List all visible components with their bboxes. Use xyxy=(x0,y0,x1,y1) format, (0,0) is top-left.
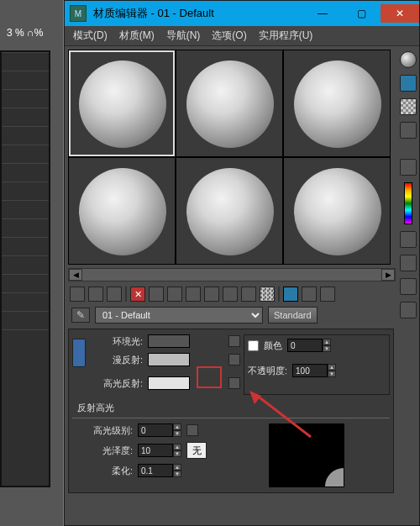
opacity-value[interactable] xyxy=(292,364,328,377)
sample-slot-grid xyxy=(65,46,397,265)
make-unique-button[interactable] xyxy=(167,287,182,302)
options-button[interactable] xyxy=(400,255,417,271)
curve-icon xyxy=(325,468,344,487)
self-illum-value[interactable] xyxy=(287,339,323,352)
material-picker-row: ✎ 01 - Default Standard xyxy=(65,307,397,329)
assign-selection-button[interactable] xyxy=(107,287,122,302)
material-id-button[interactable] xyxy=(204,287,219,302)
ambient-label: 环境光: xyxy=(91,335,143,348)
sample-sidebar xyxy=(397,46,419,525)
separator xyxy=(278,287,280,302)
menubar: 模式(D) 材质(M) 导航(N) 选项(O) 实用程序(U) xyxy=(65,26,419,46)
diffuse-color-swatch[interactable] xyxy=(148,353,190,366)
gloss-label: 光泽度: xyxy=(72,444,133,457)
put-library-button[interactable] xyxy=(186,287,201,302)
diffuse-label: 漫反射: xyxy=(91,354,143,366)
specular-map-slot[interactable] xyxy=(228,377,240,389)
gloss-spinner[interactable]: ▲▼ xyxy=(138,444,181,457)
material-toolbar: ✕ xyxy=(65,281,397,307)
material-editor-window: M 材质编辑器 - 01 - Default — ▢ ✕ 模式(D) 材质(M)… xyxy=(64,0,420,526)
viewport-grid xyxy=(0,50,50,487)
sample-hscrollbar[interactable]: ◀ ▶ xyxy=(68,268,396,281)
put-scene-button[interactable] xyxy=(88,287,103,302)
close-button[interactable]: ✕ xyxy=(381,4,419,23)
spec-level-value[interactable] xyxy=(138,423,173,437)
highlight-curve-preview xyxy=(269,423,344,487)
self-illum-color-toggle[interactable] xyxy=(248,340,259,351)
opacity-spinner[interactable]: ▲▼ xyxy=(292,364,336,377)
self-illum-spinner[interactable]: ▲▼ xyxy=(287,339,331,352)
specular-color-swatch[interactable] xyxy=(148,376,190,390)
spec-level-label: 高光级别: xyxy=(72,424,133,437)
video-color-check[interactable] xyxy=(400,159,417,176)
soften-value[interactable] xyxy=(138,464,173,477)
opacity-label: 不透明度: xyxy=(248,365,287,377)
sphere-icon xyxy=(294,60,381,148)
pattern-bg-button[interactable] xyxy=(400,98,417,115)
sample-slot-5[interactable] xyxy=(176,157,283,265)
sphere-icon xyxy=(79,60,166,148)
separator xyxy=(125,287,127,302)
menu-util[interactable]: 实用程序(U) xyxy=(255,27,317,45)
backlight-button[interactable] xyxy=(400,75,417,92)
diffuse-map-slot[interactable] xyxy=(228,354,240,366)
sample-type-button[interactable] xyxy=(400,51,417,68)
sample-slot-4[interactable] xyxy=(68,157,176,265)
basic-parameters: 环境光: 漫反射: xyxy=(68,329,394,493)
sphere-icon xyxy=(79,168,166,255)
gloss-none-button[interactable]: 无 xyxy=(186,442,207,459)
sample-slot-2[interactable] xyxy=(176,50,283,157)
menu-material[interactable]: 材质(M) xyxy=(116,27,158,45)
ambient-color-swatch[interactable] xyxy=(148,334,190,348)
menu-options[interactable]: 选项(O) xyxy=(208,27,249,45)
show-end-result-button[interactable] xyxy=(241,287,256,302)
soften-label: 柔化: xyxy=(72,465,133,477)
go-sibling-button[interactable] xyxy=(302,287,317,302)
sample-slot-3[interactable] xyxy=(283,50,391,157)
viewport-label: 3 % ∩% xyxy=(7,27,43,39)
minimize-button[interactable]: — xyxy=(303,4,342,23)
scroll-right-icon[interactable]: ▶ xyxy=(381,269,395,281)
scroll-left-icon[interactable]: ◀ xyxy=(69,269,82,281)
titlebar[interactable]: M 材质编辑器 - 01 - Default — ▢ ✕ xyxy=(65,1,419,26)
app-icon: M xyxy=(70,5,87,22)
menu-mode[interactable]: 模式(D) xyxy=(70,27,111,45)
window-title: 材质编辑器 - 01 - Default xyxy=(92,6,303,21)
gloss-value[interactable] xyxy=(138,444,173,457)
sphere-icon xyxy=(294,168,381,255)
specular-highlights-title: 反射高光 xyxy=(72,400,390,416)
spec-level-map-slot[interactable] xyxy=(186,424,198,436)
reset-button[interactable]: ✕ xyxy=(130,287,145,302)
specular-label: 高光反射: xyxy=(91,377,143,390)
ambient-map-slot[interactable] xyxy=(228,335,240,347)
make-copy-button[interactable] xyxy=(149,287,164,302)
make-preview-button[interactable] xyxy=(400,231,417,248)
sample-slot-1[interactable] xyxy=(68,50,176,157)
material-type-button[interactable]: Standard xyxy=(268,307,318,323)
go-forward-button[interactable] xyxy=(320,287,335,302)
specular-highlights-section: 反射高光 高光级别: ▲▼ xyxy=(72,400,390,487)
rainbow-icon xyxy=(404,182,412,224)
background-button[interactable] xyxy=(260,287,275,302)
sample-slot-6[interactable] xyxy=(283,157,391,265)
select-by-material[interactable] xyxy=(400,278,417,295)
sphere-icon xyxy=(186,168,274,255)
material-name-select[interactable]: 01 - Default xyxy=(95,307,263,323)
eyedropper-icon[interactable]: ✎ xyxy=(71,308,90,323)
annotation-red-box xyxy=(197,366,222,388)
main-panel: ◀ ▶ ✕ ✎ xyxy=(65,46,397,525)
sample-uv-button[interactable] xyxy=(400,122,417,139)
get-material-button[interactable] xyxy=(70,287,85,302)
go-parent-button[interactable] xyxy=(283,287,298,302)
menu-nav[interactable]: 导航(N) xyxy=(163,27,204,45)
show-map-button[interactable] xyxy=(223,287,238,302)
maximize-button[interactable]: ▢ xyxy=(342,4,381,23)
spec-level-spinner[interactable]: ▲▼ xyxy=(138,423,181,437)
ambient-diffuse-lock[interactable] xyxy=(72,339,86,367)
material-map-nav[interactable] xyxy=(400,302,417,318)
left-viewport: 3 % ∩% xyxy=(0,0,63,526)
soften-spinner[interactable]: ▲▼ xyxy=(138,464,181,477)
sphere-icon xyxy=(186,60,274,148)
self-illum-label: 颜色 xyxy=(264,339,282,352)
